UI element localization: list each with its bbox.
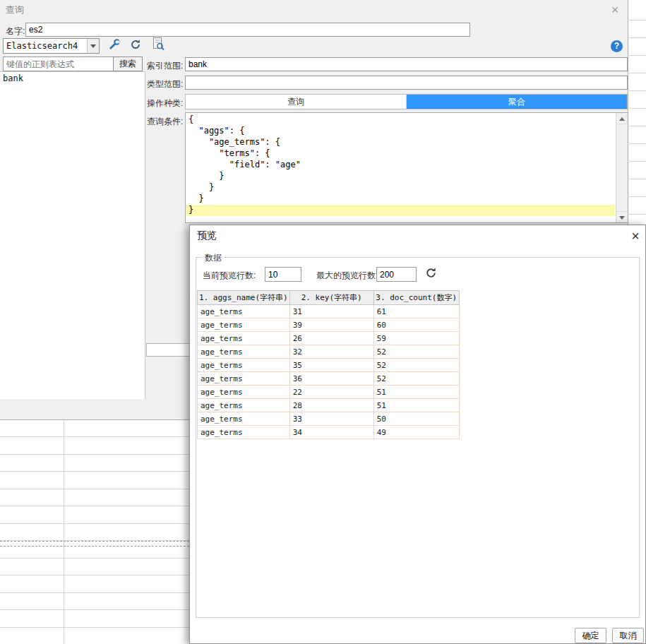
code-editor-content[interactable]: { "aggs": { "age_terms": { "terms": { "f… [186, 114, 615, 221]
current-rows-input[interactable] [265, 267, 301, 282]
close-icon[interactable]: × [606, 1, 624, 18]
op-tab[interactable]: 聚合 [407, 95, 627, 109]
table-cell: 52 [373, 345, 459, 359]
cancel-button[interactable]: 取消 [612, 628, 644, 643]
table-cell: 49 [373, 426, 459, 439]
page-break-dashed-line [0, 541, 189, 542]
column-header[interactable]: 2. key(字符串) [289, 291, 373, 305]
code-line[interactable]: } [186, 193, 615, 205]
ok-button[interactable]: 确定 [575, 628, 606, 643]
document-preview-icon [152, 37, 165, 54]
table-cell: 50 [373, 412, 459, 426]
grid-column-line [64, 420, 64, 644]
refresh-icon [425, 267, 437, 282]
table-row: age_terms3449 [198, 426, 460, 439]
type-range-input[interactable] [185, 76, 628, 90]
close-icon[interactable]: × [626, 227, 645, 245]
index-range-label: 索引范围: [147, 60, 183, 72]
data-groupbox-label: 数据 [202, 252, 225, 264]
table-cell: 39 [289, 318, 373, 332]
operation-type-label: 操作种类: [147, 97, 183, 109]
name-label: 名字: [6, 25, 25, 37]
refresh-button[interactable] [126, 37, 144, 54]
table-cell: age_terms [198, 386, 290, 399]
background-spreadsheet-right-strip [629, 20, 646, 225]
code-line[interactable]: } [186, 182, 615, 193]
edit-connection-button[interactable] [105, 37, 123, 54]
code-line[interactable]: "field": "age" [186, 160, 615, 171]
preview-dialog: 预览 × 数据 当前预览行数: 最大的预览行数: 1. aggs_name(字符… [189, 225, 646, 644]
search-button[interactable]: 搜索 [113, 56, 143, 71]
code-line[interactable]: } [186, 205, 615, 216]
background-spreadsheet-grid [0, 420, 189, 644]
max-rows-label: 最大的预览行数: [316, 270, 378, 282]
table-cell: age_terms [198, 399, 290, 412]
table-cell: 36 [289, 372, 373, 386]
table-row: age_terms3252 [198, 345, 460, 359]
list-item[interactable]: bank [0, 72, 145, 85]
query-condition-editor[interactable]: { "aggs": { "age_terms": { "terms": { "f… [185, 112, 628, 223]
table-cell: 51 [373, 386, 459, 399]
table-cell: age_terms [198, 318, 290, 332]
table-row: age_terms2851 [198, 399, 460, 412]
table-cell: age_terms [198, 372, 290, 386]
table-cell: 60 [373, 318, 459, 332]
table-row: age_terms3652 [198, 372, 460, 386]
table-row: age_terms3960 [198, 318, 460, 332]
table-cell: age_terms [198, 426, 290, 439]
table-cell: 28 [289, 399, 373, 412]
code-line[interactable]: "age_terms": { [186, 137, 615, 148]
preview-button[interactable] [149, 37, 167, 54]
refresh-preview-button[interactable] [423, 266, 438, 282]
name-input[interactable] [25, 23, 470, 37]
table-cell: 34 [289, 426, 373, 439]
datasource-select[interactable]: Elasticsearch4 [3, 38, 100, 54]
screen: 查询 × 名字: Elasticsearch4 [0, 0, 646, 644]
dialog-title: 查询 [6, 4, 24, 16]
scroll-up-icon[interactable] [616, 113, 628, 124]
preview-table-body: age_terms3161age_terms3960age_terms2659a… [198, 305, 460, 439]
editor-scrollbar[interactable] [616, 113, 628, 222]
current-rows-label: 当前预览行数: [203, 270, 256, 282]
search-input[interactable] [3, 56, 114, 71]
op-tabs: 查询聚合 [185, 94, 628, 109]
dialog-title: 预览 [197, 229, 217, 242]
table-cell: age_terms [198, 359, 290, 372]
code-line[interactable]: } [186, 171, 615, 182]
page-break-dashed-line [0, 546, 189, 547]
table-cell: 32 [289, 345, 373, 359]
column-header[interactable]: 1. aggs_name(字符串) [198, 291, 290, 305]
obscured-control-fragment [146, 343, 190, 357]
table-row: age_terms2251 [198, 386, 460, 399]
column-header[interactable]: 3. doc_count(数字) [373, 291, 459, 305]
code-line[interactable]: "terms": { [186, 148, 615, 160]
index-range-input[interactable] [185, 57, 628, 71]
table-cell: 26 [289, 332, 373, 345]
scroll-down-icon[interactable] [616, 211, 628, 222]
table-row: age_terms3161 [198, 305, 460, 318]
refresh-icon [130, 39, 141, 53]
preview-table: 1. aggs_name(字符串)2. key(字符串)3. doc_count… [197, 290, 460, 439]
table-cell: age_terms [198, 332, 290, 345]
help-icon[interactable]: ? [611, 40, 623, 52]
code-line[interactable]: { [186, 114, 615, 126]
query-condition-label: 查询条件: [147, 116, 183, 128]
table-cell: 51 [373, 399, 459, 412]
code-line[interactable]: "aggs": { [186, 126, 615, 137]
chevron-down-icon[interactable] [87, 39, 99, 53]
op-tab[interactable]: 查询 [186, 95, 407, 109]
table-row: age_terms3350 [198, 412, 460, 426]
table-cell: age_terms [198, 345, 290, 359]
table-cell: 61 [373, 305, 459, 318]
type-range-label: 类型范围: [147, 78, 183, 90]
table-cell: 35 [289, 359, 373, 372]
datasource-list[interactable]: bank [0, 71, 145, 399]
table-cell: age_terms [198, 305, 290, 318]
table-cell: age_terms [198, 412, 290, 426]
table-cell: 33 [289, 412, 373, 426]
table-row: age_terms3552 [198, 359, 460, 372]
max-rows-input[interactable] [376, 267, 417, 282]
table-cell: 59 [373, 332, 459, 345]
table-row: age_terms2659 [198, 332, 460, 345]
table-cell: 52 [373, 372, 459, 386]
